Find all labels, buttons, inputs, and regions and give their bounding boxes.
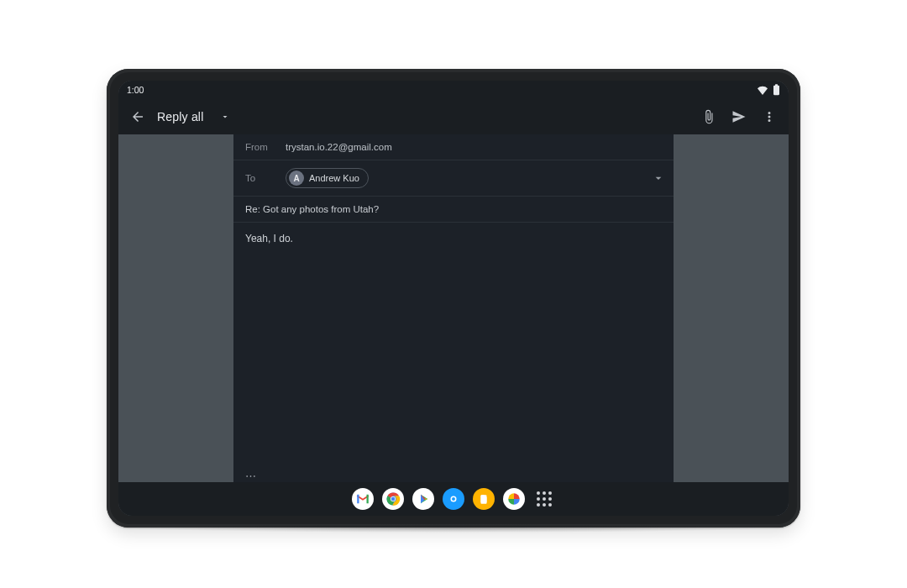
recipient-avatar: A [289, 171, 304, 186]
dock-play-store-icon[interactable] [412, 488, 434, 510]
status-bar: 1:00 [118, 81, 789, 99]
recipient-name: Andrew Kuo [309, 173, 359, 183]
show-quoted-text-button[interactable]: ⋯ [245, 470, 662, 482]
more-button[interactable] [757, 104, 782, 129]
dock-chrome-icon[interactable] [382, 488, 404, 510]
to-label: To [245, 173, 277, 183]
status-time: 1:00 [127, 85, 144, 95]
dock-photos-icon[interactable] [503, 488, 525, 510]
dock-files-icon[interactable] [473, 488, 495, 510]
svg-point-8 [391, 497, 396, 501]
tablet-screen: 1:00 Reply all [118, 81, 789, 516]
dock-camera-icon[interactable] [443, 488, 464, 510]
subject-row[interactable]: Re: Got any photos from Utah? [233, 197, 674, 223]
tablet-shadow [143, 524, 764, 533]
compose-pane: From trystan.io.22@gmail.com To A Andrew… [233, 134, 674, 482]
attach-button[interactable] [696, 104, 721, 129]
svg-rect-4 [367, 495, 369, 504]
toolbar-title: Reply all [157, 110, 204, 123]
from-value: trystan.io.22@gmail.com [286, 142, 392, 152]
battery-icon [773, 84, 780, 96]
taskbar [118, 482, 789, 516]
recipient-chip[interactable]: A Andrew Kuo [286, 168, 369, 188]
reply-mode-dropdown[interactable] [212, 104, 238, 129]
compose-body-text: Yeah, I do. [245, 233, 293, 244]
svg-point-11 [452, 497, 455, 501]
to-row[interactable]: To A Andrew Kuo [233, 160, 674, 197]
from-label: From [245, 142, 277, 152]
tablet-frame: 1:00 Reply all [107, 69, 800, 528]
compose-toolbar: Reply all [118, 99, 789, 134]
back-button[interactable] [125, 104, 150, 129]
wifi-icon [757, 86, 768, 95]
compose-viewport: From trystan.io.22@gmail.com To A Andrew… [118, 134, 789, 482]
compose-body[interactable]: Yeah, I do. [233, 223, 674, 458]
expand-recipients-button[interactable] [652, 171, 665, 185]
send-button[interactable] [726, 104, 752, 129]
svg-rect-3 [357, 495, 359, 504]
dock-all-apps-button[interactable] [533, 488, 555, 510]
from-row[interactable]: From trystan.io.22@gmail.com [233, 134, 674, 160]
dock-gmail-icon[interactable] [352, 488, 374, 510]
subject-value: Re: Got any photos from Utah? [245, 204, 379, 214]
svg-rect-0 [773, 86, 779, 95]
svg-rect-1 [775, 84, 778, 86]
